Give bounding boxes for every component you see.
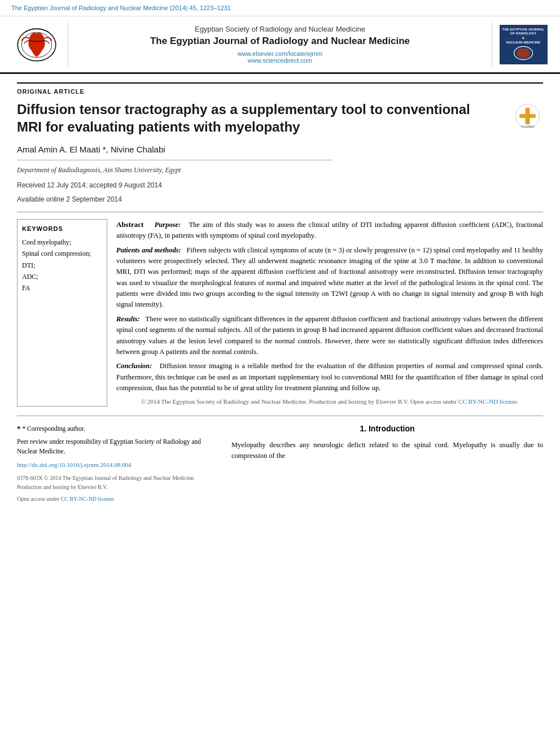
keyword-5: FA bbox=[22, 282, 102, 294]
authors: Amal Amin A. El Maati *, Nivine Chalabi bbox=[17, 145, 543, 154]
journal-logo-left-icon bbox=[14, 25, 59, 64]
patients-section: Patients and methods: Fifteen subjects w… bbox=[116, 245, 543, 311]
footnotes-section: * * Corresponding author. Peer review un… bbox=[17, 423, 220, 503]
abstract-copyright: © 2014 The Egyptian Society of Radiology… bbox=[116, 397, 543, 407]
bottom-section: * * Corresponding author. Peer review un… bbox=[17, 416, 543, 503]
crossmark-icon: CrossMark bbox=[515, 103, 540, 129]
keywords-title: KEYWORDS bbox=[22, 225, 102, 232]
keyword-3: DTI; bbox=[22, 260, 102, 271]
logo-left bbox=[11, 23, 62, 65]
svg-text:CrossMark: CrossMark bbox=[520, 125, 535, 128]
keyword-4: ADC; bbox=[22, 271, 102, 282]
abstract-section: KEYWORDS Cord myelopathy; Spinal cord co… bbox=[17, 219, 543, 407]
conclusion-text: Diffusion tensor imaging is a reliable m… bbox=[116, 362, 543, 392]
doi-link[interactable]: http://dx.doi.org/10.1016/j.ejrnm.2014.0… bbox=[17, 461, 131, 468]
author-separator bbox=[17, 160, 333, 160]
affiliation: Department of Radiodiagnosis, Ain Shams … bbox=[17, 166, 543, 174]
results-section: Results: There were no statistically sig… bbox=[116, 314, 543, 358]
abstract-divider bbox=[17, 212, 543, 212]
footer-cc-link[interactable]: CC BY-NC-ND license bbox=[60, 496, 113, 502]
abstract-label: Abstract bbox=[116, 220, 143, 229]
keyword-2: Spinal cord compression; bbox=[22, 248, 102, 259]
logo-right: THE EGYPTIAN JOURNALOF RADIOLOGY&NUCLEAR… bbox=[498, 23, 549, 65]
crossmark-badge[interactable]: CrossMark bbox=[515, 103, 543, 132]
keywords-list: Cord myelopathy; Spinal cord compression… bbox=[22, 237, 102, 294]
introduction-section: 1. Introduction Myelopathy describes any… bbox=[231, 423, 543, 503]
url1: www.elsevier.com/locate/ejrnm bbox=[77, 50, 483, 57]
title-section: Diffusion tensor tractography as a suppl… bbox=[17, 101, 543, 136]
keyword-1: Cord myelopathy; bbox=[22, 237, 102, 248]
purpose-text: The aim of this study was to assess the … bbox=[116, 221, 543, 239]
issn-line: 0378-603X © 2014 The Egyptian Journal of… bbox=[17, 474, 220, 491]
intro-text: Myelopathy describes any neurologic defi… bbox=[231, 440, 543, 462]
logo-right-image-icon bbox=[509, 45, 537, 62]
corresponding-label: * Corresponding author. bbox=[22, 425, 85, 432]
cc-license-link[interactable]: CC BY-NC-ND license bbox=[458, 398, 517, 405]
main-content: ORIGINAL ARTICLE Diffusion tensor tracto… bbox=[0, 74, 560, 512]
results-text: There were no statistically significant … bbox=[116, 315, 543, 356]
footnote-star-icon: * bbox=[17, 424, 21, 433]
received-date: Received 12 July 2014; accepted 9 August… bbox=[17, 180, 543, 191]
patients-title: Patients and methods: bbox=[116, 246, 181, 254]
purpose-title: Purpose: bbox=[155, 221, 181, 229]
top-bar: The Egyptian Journal of Radiology and Nu… bbox=[0, 0, 560, 16]
journal-logo-right: THE EGYPTIAN JOURNALOF RADIOLOGY&NUCLEAR… bbox=[500, 25, 548, 64]
footnote-star-line: * * Corresponding author. bbox=[17, 423, 220, 434]
journal-header: Egyptian Society of Radiology and Nuclea… bbox=[0, 16, 560, 74]
patients-text: Fifteen subjects with clinical symptoms … bbox=[116, 246, 543, 309]
journal-title: The Egyptian Journal of Radiology and Nu… bbox=[77, 36, 483, 47]
article-title: Diffusion tensor tractography as a suppl… bbox=[17, 101, 480, 136]
available-date: Available online 2 September 2014 bbox=[17, 194, 543, 205]
peer-review-note: Peer review under responsibility of Egyp… bbox=[17, 437, 220, 457]
intro-title: 1. Introduction bbox=[231, 423, 543, 435]
article-type-label: ORIGINAL ARTICLE bbox=[17, 82, 543, 95]
keywords-box: KEYWORDS Cord myelopathy; Spinal cord co… bbox=[17, 219, 107, 407]
abstract-content: Abstract Purpose: The aim of this study … bbox=[116, 219, 543, 407]
society-name: Egyptian Society of Radiology and Nuclea… bbox=[77, 25, 483, 33]
url2: www.sciencedirect.com bbox=[77, 57, 483, 64]
svg-rect-5 bbox=[519, 114, 536, 118]
journal-citation-link[interactable]: The Egyptian Journal of Radiology and Nu… bbox=[11, 5, 231, 11]
conclusion-title: Conclusion: bbox=[116, 362, 152, 370]
conclusion-section: Conclusion: Diffusion tensor imaging is … bbox=[116, 361, 543, 394]
abstract-header: Abstract Purpose: The aim of this study … bbox=[116, 219, 543, 242]
header-center: Egyptian Society of Radiology and Nuclea… bbox=[68, 22, 492, 67]
header-urls: www.elsevier.com/locate/ejrnm www.scienc… bbox=[77, 50, 483, 64]
open-access-line: Open access under CC BY-NC-ND license. bbox=[17, 495, 220, 504]
results-title: Results: bbox=[116, 315, 140, 323]
